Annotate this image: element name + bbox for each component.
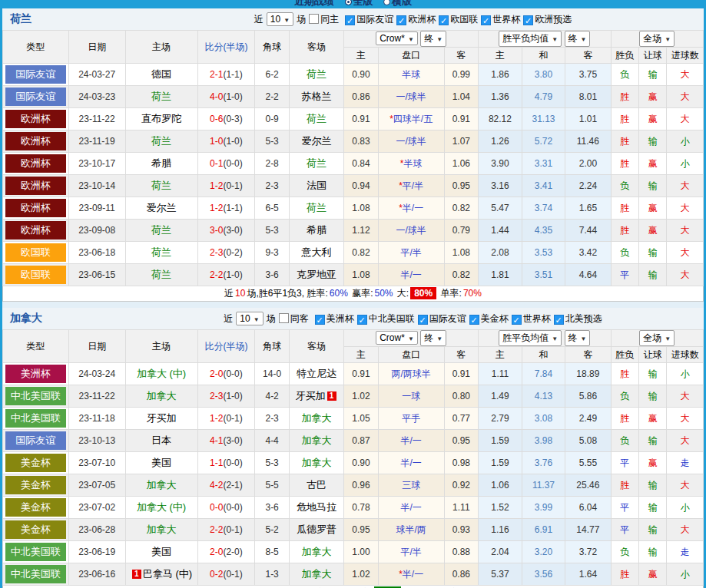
avg-home-cell: 82.12 <box>479 108 522 130</box>
radio-full-label[interactable]: 全版 <box>353 0 373 7</box>
avg-draw-cell: 3.56 <box>522 563 565 586</box>
final-select[interactable]: 终▼ <box>420 330 446 346</box>
league-filter-label: 中北美国联 <box>369 313 415 324</box>
avg-header: 胜平负均值▼ 终▼ <box>479 330 611 347</box>
checkbox-checked-icon[interactable]: ✓ <box>357 315 367 325</box>
avg-home-cell: 2.08 <box>479 242 522 264</box>
corner-cell: 5-3 <box>255 452 290 474</box>
final-select-2[interactable]: 终▼ <box>565 31 591 47</box>
bookmaker-select[interactable]: Crow*▼ <box>376 331 418 345</box>
same-away-filter[interactable]: 同客 <box>279 312 309 325</box>
bookmaker-header: Crow*▼ 终▼ <box>344 31 479 48</box>
col-score: 比分(半场) <box>197 330 255 363</box>
home-odds-cell: 0.96 <box>344 474 379 497</box>
home-odds-cell: 1.08 <box>344 264 379 286</box>
checkbox-checked-icon[interactable]: ✓ <box>469 315 479 325</box>
handicap-cell: 平手 <box>378 408 444 430</box>
goals-result-cell: 大 <box>667 108 704 130</box>
league-filter[interactable]: ✓北美预选 <box>554 313 602 324</box>
date-cell: 23-11-22 <box>68 385 125 408</box>
handicap-result-cell: 赢 <box>638 408 666 430</box>
team-name: 意大利 <box>302 246 332 258</box>
fulltime-score: 2-3 <box>210 247 223 258</box>
scope-select[interactable]: 全场▼ <box>639 330 675 346</box>
home-odds-cell: 0.90 <box>344 64 379 86</box>
league-filter-label: 欧洲预选 <box>535 14 572 25</box>
date-cell: 23-10-13 <box>68 430 125 452</box>
recent-count-select[interactable]: 10▼ <box>267 12 293 26</box>
radio-full-version[interactable] <box>345 0 352 5</box>
checkbox-checked-icon[interactable]: ✓ <box>512 315 522 325</box>
halftime-score: (0-3) <box>223 114 242 124</box>
checkbox-unchecked-icon[interactable] <box>279 313 289 323</box>
col-avg-home: 主 <box>479 48 522 64</box>
checkbox-unchecked-icon[interactable] <box>309 14 319 24</box>
team-cell: 加拿大 <box>289 430 343 452</box>
match-row: 中北美国联23-11-18牙买加1-2(0-1)2-3加拿大1.05平手0.77… <box>3 408 704 430</box>
league-filter[interactable]: ✓国际友谊 <box>418 313 466 324</box>
checkbox-checked-icon[interactable]: ✓ <box>418 315 428 325</box>
col-corner: 角球 <box>255 31 290 64</box>
col-avg-draw: 和 <box>522 48 565 64</box>
league-filter[interactable]: ✓世界杯 <box>512 313 551 324</box>
league-filter[interactable]: ✓欧洲杯 <box>396 14 436 25</box>
avg-draw-cell: 31.13 <box>522 108 565 130</box>
team-name: 日本 <box>151 434 171 446</box>
goals-result-cell: 大 <box>667 474 704 497</box>
same-home-filter[interactable]: 同主 <box>309 13 339 26</box>
radio-horizontal-version[interactable] <box>383 0 390 5</box>
league-cell: 美金杯 <box>3 474 69 497</box>
final-select-2[interactable]: 终▼ <box>565 330 591 346</box>
team-cell: 牙买加1 <box>289 385 343 408</box>
league-filter[interactable]: ✓国际友谊 <box>345 14 393 25</box>
league-filter[interactable]: ✓美金杯 <box>469 313 509 324</box>
halftime-score: (0-1) <box>223 569 242 580</box>
checkbox-checked-icon[interactable]: ✓ <box>554 315 564 325</box>
result-cell: 平 <box>611 519 638 541</box>
red-card-badge: 1 <box>132 570 141 579</box>
corner-cell: 5-5 <box>255 474 290 497</box>
league-filter[interactable]: ✓美洲杯 <box>315 313 354 324</box>
home-odds-cell: 1.02 <box>344 385 379 408</box>
avg-select[interactable]: 胜平负均值▼ <box>499 330 562 346</box>
handicap-cell: 三球 <box>378 474 444 497</box>
avg-select[interactable]: 胜平负均值▼ <box>499 31 562 47</box>
avg-draw-cell: 4.35 <box>522 220 565 242</box>
league-filter[interactable]: ✓中北美国联 <box>357 313 415 324</box>
league-filter[interactable]: ✓世界杯 <box>481 14 520 25</box>
recent-count-select[interactable]: 10▼ <box>236 312 263 325</box>
team-name: 苏格兰 <box>302 91 332 102</box>
league-filter-label: 世界杯 <box>492 14 520 25</box>
radio-horizontal-label[interactable]: 横版 <box>392 0 412 7</box>
league-filter[interactable]: ✓欧洲预选 <box>523 14 572 25</box>
avg-draw-cell: 3.53 <box>522 242 565 264</box>
checkbox-checked-icon[interactable]: ✓ <box>523 15 533 25</box>
away-odds-cell: 0.91 <box>444 108 479 130</box>
handicap-result-cell: 赢 <box>638 153 666 175</box>
handicap-value: 半/一 <box>400 458 421 468</box>
result-cell: 胜 <box>611 197 638 220</box>
checkbox-checked-icon[interactable]: ✓ <box>439 15 449 25</box>
team-name: 加拿大 (中) <box>137 501 186 513</box>
away-odds-cell: 0.82 <box>444 197 479 220</box>
checkbox-checked-icon[interactable]: ✓ <box>345 15 355 25</box>
goals-result-cell: 大 <box>667 197 704 220</box>
match-row: 欧洲杯23-09-11爱尔兰1-2(1-1)6-5荷兰1.08*半/一0.825… <box>3 197 704 220</box>
checkbox-checked-icon[interactable]: ✓ <box>396 15 406 25</box>
team-cell: 爱尔兰 <box>289 130 343 153</box>
corner-cell: 3-6 <box>255 264 290 286</box>
league-filter[interactable]: ✓欧国联 <box>439 14 478 25</box>
match-row: 国际友谊23-10-13日本4-1(3-0)4-4加拿大0.87半/一0.951… <box>3 430 704 452</box>
scope-select[interactable]: 全场▼ <box>639 31 675 47</box>
avg-draw-cell: 3.20 <box>522 541 565 563</box>
bookmaker-select[interactable]: Crow*▼ <box>376 31 418 45</box>
league-badge: 欧洲杯 <box>5 110 66 128</box>
halftime-score: (0-1) <box>223 180 242 191</box>
final-select[interactable]: 终▼ <box>420 31 446 47</box>
handicap-value: 一球 <box>402 391 420 401</box>
checkbox-checked-icon[interactable]: ✓ <box>315 315 325 325</box>
checkbox-checked-icon[interactable]: ✓ <box>481 15 491 25</box>
halftime-score: (1-0) <box>223 136 242 147</box>
corner-cell: 2-2 <box>255 86 290 108</box>
halftime-score: (1-1) <box>223 69 242 80</box>
